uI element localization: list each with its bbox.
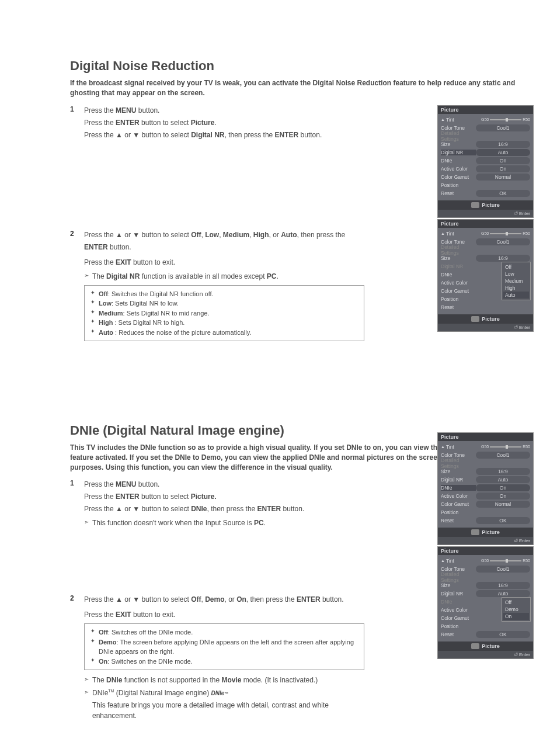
move-icon	[471, 643, 479, 649]
popup-option-on-selected: On	[503, 613, 529, 620]
dnie-logo-icon: DNIe™	[211, 690, 229, 696]
step-number: 2	[70, 230, 84, 342]
section2-bullets: Off: Switches off the DNIe mode. Demo: T…	[84, 623, 364, 670]
section1-intro: If the broadcast signal received by your…	[70, 78, 522, 98]
osd-picture-menu-3: Picture ▲TintG50R50 Color ToneCool1 Deta…	[437, 432, 534, 545]
osd-dnie-popup: Off Demo On	[502, 597, 531, 622]
move-icon	[471, 529, 479, 535]
osd-footer-move: Picture	[438, 200, 533, 210]
popup-option-medium: Medium	[503, 278, 529, 285]
osd-digital-nr-popup: Off Low Medium High Auto	[502, 262, 531, 300]
step-number: 1	[70, 105, 84, 142]
osd-footer-enter: ⏎ Enter	[438, 210, 533, 217]
step-number: 2	[70, 594, 84, 723]
note-dnie-movie: The DNIe function is not supported in th…	[92, 675, 364, 685]
dnie-description: This feature brings you more a detailed …	[92, 700, 364, 721]
popup-option-high: High	[503, 285, 529, 292]
osd-picture-menu-2: Picture ▲TintG50R50 Color ToneCool1 Deta…	[437, 219, 534, 332]
section1-title: Digital Noise Reduction	[70, 58, 522, 74]
osd-selected-dnie: DNIe	[441, 485, 476, 491]
popup-option-low: Low	[503, 271, 529, 278]
osd-picture-menu-1: Picture ▲TintG50R50 Color ToneCool1 Deta…	[437, 105, 534, 218]
popup-option-off: Off	[503, 263, 529, 271]
step-number: 1	[70, 479, 84, 530]
section1-bullets: Off: Switches the Digital NR function of…	[84, 285, 364, 342]
note-digital-nr-pc: The Digital NR function is available in …	[92, 271, 364, 282]
popup-option-auto-selected: Auto	[503, 292, 529, 299]
popup-option-demo: Demo	[503, 606, 529, 613]
move-icon	[471, 316, 479, 322]
move-icon	[471, 202, 479, 208]
note-dnie-pc: This function doesn't work when the Inpu…	[92, 518, 364, 528]
note-dnie-tm: DNIeTM (Digital Natural Image engine) DN…	[92, 688, 364, 698]
osd-title: Picture	[438, 106, 533, 114]
enter-icon: ⏎	[514, 211, 518, 216]
popup-option-off: Off	[503, 599, 529, 606]
osd-picture-menu-4: Picture ▲TintG50R50 Color ToneCool1 Deta…	[437, 546, 534, 659]
osd-selected-digital-nr: Digital NR	[441, 150, 476, 155]
